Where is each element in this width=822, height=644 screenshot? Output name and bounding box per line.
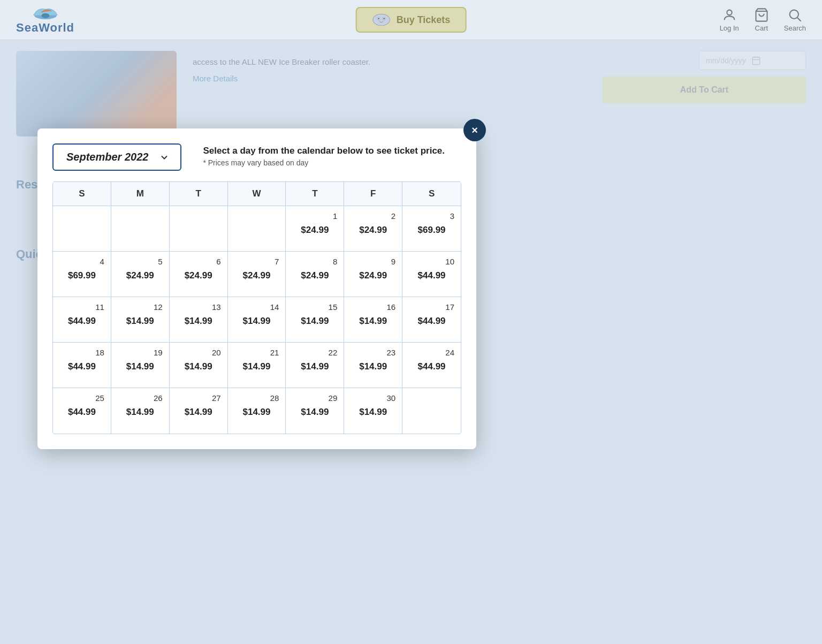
cell-price-24: $44.99 (409, 361, 454, 372)
cell-date-9: 9 (351, 257, 395, 266)
instruction-secondary: * Prices may vary based on day (203, 158, 445, 167)
cell-price-3: $69.99 (409, 225, 454, 236)
calendar-cell-26[interactable]: 26$14.99 (111, 388, 170, 434)
modal-close-button[interactable]: × (463, 119, 486, 141)
cell-date-28: 28 (234, 393, 279, 403)
cell-date-12: 12 (118, 302, 163, 312)
cell-price-27: $14.99 (176, 407, 221, 418)
calendar-cell-30[interactable]: 30$14.99 (344, 388, 402, 434)
cell-date-4: 4 (59, 257, 104, 266)
calendar-cell-10[interactable]: 10$44.99 (402, 252, 461, 297)
cell-date-20: 20 (176, 348, 221, 357)
calendar-week-1: 1$24.992$24.993$69.99 (53, 206, 461, 252)
cell-date-16: 16 (351, 302, 395, 312)
calendar-cell-14[interactable]: 14$14.99 (228, 297, 286, 343)
calendar-week-2: 4$69.995$24.996$24.997$24.998$24.999$24.… (53, 252, 461, 297)
cell-date-2: 2 (351, 211, 395, 221)
calendar-cell-empty (53, 206, 111, 252)
calendar-cell-6[interactable]: 6$24.99 (170, 252, 228, 297)
cell-date-13: 13 (176, 302, 221, 312)
cell-date-15: 15 (292, 302, 337, 312)
day-header-sun: S (53, 182, 111, 206)
day-header-fri: F (344, 182, 402, 206)
calendar-week-3: 11$44.9912$14.9913$14.9914$14.9915$14.99… (53, 297, 461, 343)
cell-price-29: $14.99 (292, 407, 337, 418)
chevron-down-icon (159, 152, 170, 163)
cell-price-12: $14.99 (118, 316, 163, 327)
calendar-cell-29[interactable]: 29$14.99 (286, 388, 344, 434)
cell-date-24: 24 (409, 348, 454, 357)
cell-price-16: $14.99 (351, 316, 395, 327)
calendar-cell-2[interactable]: 2$24.99 (344, 206, 402, 252)
calendar-modal: × September 2022 Select a day from the c… (37, 128, 476, 449)
calendar-cell-21[interactable]: 21$14.99 (228, 343, 286, 388)
cell-date-29: 29 (292, 393, 337, 403)
cell-price-5: $24.99 (118, 270, 163, 281)
cell-price-17: $44.99 (409, 316, 454, 327)
calendar-cell-22[interactable]: 22$14.99 (286, 343, 344, 388)
calendar-cell-empty (111, 206, 170, 252)
month-label: September 2022 (66, 151, 148, 163)
calendar-cell-16[interactable]: 16$14.99 (344, 297, 402, 343)
cell-price-20: $14.99 (176, 361, 221, 372)
cell-date-30: 30 (351, 393, 395, 403)
calendar-cell-empty (170, 206, 228, 252)
day-header-mon: M (111, 182, 170, 206)
calendar-week-4: 18$44.9919$14.9920$14.9921$14.9922$14.99… (53, 343, 461, 388)
calendar-cell-20[interactable]: 20$14.99 (170, 343, 228, 388)
calendar-cell-17[interactable]: 17$44.99 (402, 297, 461, 343)
select-instruction: Select a day from the calendar below to … (203, 143, 445, 167)
calendar-cell-24[interactable]: 24$44.99 (402, 343, 461, 388)
cell-date-3: 3 (409, 211, 454, 221)
cell-date-1: 1 (292, 211, 337, 221)
calendar-cell-empty (228, 206, 286, 252)
cell-price-22: $14.99 (292, 361, 337, 372)
calendar-cell-4[interactable]: 4$69.99 (53, 252, 111, 297)
cell-date-18: 18 (59, 348, 104, 357)
calendar-cell-25[interactable]: 25$44.99 (53, 388, 111, 434)
calendar-cell-11[interactable]: 11$44.99 (53, 297, 111, 343)
calendar-cell-27[interactable]: 27$14.99 (170, 388, 228, 434)
cell-price-6: $24.99 (176, 270, 221, 281)
calendar-grid: S M T W T F S 1$24.992$24.993$69.994$69.… (52, 181, 461, 434)
calendar-cell-7[interactable]: 7$24.99 (228, 252, 286, 297)
cell-price-21: $14.99 (234, 361, 279, 372)
calendar-cell-3[interactable]: 3$69.99 (402, 206, 461, 252)
cell-price-11: $44.99 (59, 316, 104, 327)
calendar-cell-9[interactable]: 9$24.99 (344, 252, 402, 297)
day-header-tue: T (170, 182, 228, 206)
instruction-primary: Select a day from the calendar below to … (203, 146, 445, 156)
calendar-day-headers: S M T W T F S (53, 182, 461, 206)
cell-price-30: $14.99 (351, 407, 395, 418)
cell-price-19: $14.99 (118, 361, 163, 372)
cell-price-1: $24.99 (292, 225, 337, 236)
calendar-cell-5[interactable]: 5$24.99 (111, 252, 170, 297)
cell-date-19: 19 (118, 348, 163, 357)
cell-date-6: 6 (176, 257, 221, 266)
cell-price-4: $69.99 (59, 270, 104, 281)
calendar-weeks: 1$24.992$24.993$69.994$69.995$24.996$24.… (53, 206, 461, 434)
calendar-cell-18[interactable]: 18$44.99 (53, 343, 111, 388)
calendar-cell-8[interactable]: 8$24.99 (286, 252, 344, 297)
cell-price-18: $44.99 (59, 361, 104, 372)
cell-price-28: $14.99 (234, 407, 279, 418)
calendar-cell-13[interactable]: 13$14.99 (170, 297, 228, 343)
cell-date-11: 11 (59, 302, 104, 312)
calendar-cell-23[interactable]: 23$14.99 (344, 343, 402, 388)
cell-price-23: $14.99 (351, 361, 395, 372)
calendar-cell-19[interactable]: 19$14.99 (111, 343, 170, 388)
cell-date-7: 7 (234, 257, 279, 266)
cell-date-14: 14 (234, 302, 279, 312)
day-header-sat: S (402, 182, 461, 206)
cell-price-25: $44.99 (59, 407, 104, 418)
cell-price-13: $14.99 (176, 316, 221, 327)
cell-price-10: $44.99 (409, 270, 454, 281)
cell-date-26: 26 (118, 393, 163, 403)
month-selector[interactable]: September 2022 (52, 143, 181, 171)
calendar-cell-12[interactable]: 12$14.99 (111, 297, 170, 343)
cell-price-2: $24.99 (351, 225, 395, 236)
calendar-cell-1[interactable]: 1$24.99 (286, 206, 344, 252)
calendar-cell-28[interactable]: 28$14.99 (228, 388, 286, 434)
cell-date-10: 10 (409, 257, 454, 266)
calendar-cell-15[interactable]: 15$14.99 (286, 297, 344, 343)
